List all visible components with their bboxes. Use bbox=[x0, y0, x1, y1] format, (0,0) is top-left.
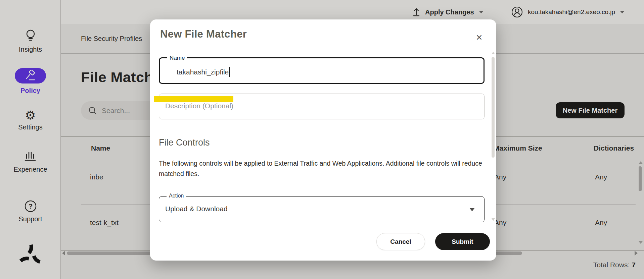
modal-scroll-up-arrow[interactable] bbox=[492, 52, 495, 54]
chevron-down-icon bbox=[469, 208, 475, 211]
name-field-label: Name bbox=[167, 55, 187, 61]
modal-title: New File Matcher bbox=[160, 28, 247, 40]
modal-scrollbar[interactable] bbox=[492, 57, 495, 158]
cancel-button[interactable]: Cancel bbox=[376, 233, 425, 250]
name-field-value: takahashi_zipfile bbox=[177, 68, 229, 76]
file-controls-heading: File Controls bbox=[159, 137, 210, 148]
file-controls-description: The following controls will be applied t… bbox=[159, 158, 485, 179]
submit-button[interactable]: Submit bbox=[435, 233, 490, 250]
text-cursor bbox=[229, 67, 230, 77]
modal-scroll-down-arrow[interactable] bbox=[492, 218, 495, 221]
name-field[interactable]: Name takahashi_zipfile bbox=[159, 57, 485, 84]
action-select-label: Action bbox=[167, 193, 186, 199]
close-icon[interactable]: × bbox=[473, 32, 485, 44]
yellow-highlight-annotation bbox=[154, 96, 233, 102]
footer-divider bbox=[150, 223, 496, 223]
new-file-matcher-modal: New File Matcher × Name takahashi_zipfil… bbox=[150, 19, 496, 261]
action-select[interactable]: Action Upload & Download bbox=[159, 196, 485, 222]
action-select-value: Upload & Download bbox=[165, 205, 228, 213]
app-root: Apply Changes kou.takahashi@en2.exeo.co.… bbox=[0, 0, 644, 279]
